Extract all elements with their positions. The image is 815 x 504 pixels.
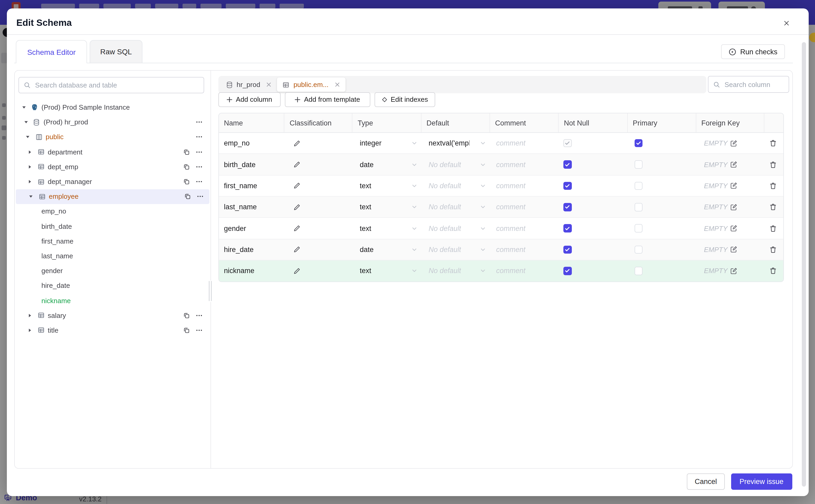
trash-icon[interactable] bbox=[769, 203, 777, 211]
editor-tab-public-em-[interactable]: public.em... bbox=[277, 77, 345, 92]
chevron-down-icon[interactable] bbox=[28, 194, 33, 199]
chevron-right-icon[interactable] bbox=[27, 149, 32, 154]
ellipsis-menu-icon[interactable] bbox=[196, 312, 202, 319]
column-search-input[interactable] bbox=[724, 80, 784, 89]
column-name[interactable]: emp_no bbox=[219, 133, 284, 154]
editor-tab-hr_prod[interactable]: hr_prod bbox=[220, 77, 277, 92]
ellipsis-menu-icon[interactable] bbox=[196, 134, 202, 140]
preview-issue-button[interactable]: Preview issue bbox=[731, 473, 792, 490]
edit-foreign-key-icon[interactable] bbox=[730, 225, 738, 232]
copy-icon[interactable] bbox=[183, 327, 190, 334]
ellipsis-menu-icon[interactable] bbox=[196, 178, 202, 185]
not-null-checkbox[interactable] bbox=[563, 203, 572, 211]
pencil-icon[interactable] bbox=[293, 182, 301, 190]
ellipsis-menu-icon[interactable] bbox=[196, 163, 202, 170]
edit-foreign-key-icon[interactable] bbox=[730, 139, 738, 147]
edit-foreign-key-icon[interactable] bbox=[730, 203, 738, 211]
default-select[interactable]: nextval('employ bbox=[421, 133, 489, 154]
tree-node-dept_emp[interactable]: dept_emp bbox=[15, 159, 210, 174]
pencil-icon[interactable] bbox=[293, 203, 301, 211]
tree-search-input[interactable] bbox=[34, 81, 203, 90]
close-icon[interactable] bbox=[334, 82, 340, 88]
chevron-down-icon[interactable] bbox=[25, 135, 30, 139]
type-select[interactable]: text bbox=[352, 260, 421, 281]
copy-icon[interactable] bbox=[183, 163, 190, 170]
default-select[interactable]: No default bbox=[421, 154, 489, 175]
primary-checkbox[interactable] bbox=[634, 139, 643, 147]
copy-icon[interactable] bbox=[183, 178, 190, 185]
chevron-right-icon[interactable] bbox=[27, 164, 32, 169]
type-select[interactable]: text bbox=[352, 218, 421, 239]
comment-field[interactable]: comment bbox=[489, 154, 558, 175]
primary-checkbox[interactable] bbox=[634, 161, 643, 169]
comment-field[interactable]: comment bbox=[489, 218, 558, 239]
pencil-icon[interactable] bbox=[293, 161, 301, 168]
pencil-icon[interactable] bbox=[293, 267, 301, 275]
tree-node-department[interactable]: department bbox=[15, 144, 210, 159]
edit-indexes-button[interactable]: Edit indexes bbox=[374, 92, 435, 107]
default-select[interactable]: No default bbox=[421, 218, 489, 239]
cancel-button[interactable]: Cancel bbox=[687, 473, 725, 490]
tree-node--prod-hr_prod[interactable]: (Prod) hr_prod bbox=[15, 115, 210, 129]
column-name[interactable]: last_name bbox=[219, 197, 284, 217]
edit-foreign-key-icon[interactable] bbox=[730, 161, 738, 168]
run-checks-button[interactable]: Run checks bbox=[721, 44, 785, 59]
type-select[interactable]: date bbox=[352, 239, 421, 260]
edit-foreign-key-icon[interactable] bbox=[730, 267, 738, 275]
type-select[interactable]: integer bbox=[352, 133, 421, 154]
primary-checkbox[interactable] bbox=[634, 203, 643, 211]
chevron-right-icon[interactable] bbox=[27, 179, 32, 184]
trash-icon[interactable] bbox=[769, 182, 777, 190]
comment-field[interactable]: comment bbox=[489, 175, 558, 196]
tab-raw-sql[interactable]: Raw SQL bbox=[90, 40, 142, 63]
tree-node-salary[interactable]: salary bbox=[15, 308, 210, 323]
edit-foreign-key-icon[interactable] bbox=[730, 246, 738, 253]
default-select[interactable]: No default bbox=[421, 175, 489, 196]
default-select[interactable]: No default bbox=[421, 260, 489, 281]
chevron-down-icon[interactable] bbox=[22, 105, 26, 110]
primary-checkbox[interactable] bbox=[634, 182, 643, 190]
pencil-icon[interactable] bbox=[293, 225, 301, 232]
trash-icon[interactable] bbox=[769, 224, 777, 232]
chevron-down-icon[interactable] bbox=[23, 120, 28, 125]
chevron-right-icon[interactable] bbox=[27, 328, 32, 333]
trash-icon[interactable] bbox=[769, 161, 777, 168]
tree-column-last_name[interactable]: last_name bbox=[15, 249, 210, 263]
pencil-icon[interactable] bbox=[293, 246, 301, 253]
tree-column-first_name[interactable]: first_name bbox=[15, 234, 210, 248]
chevron-right-icon[interactable] bbox=[27, 313, 32, 318]
tree-column-nickname[interactable]: nickname bbox=[15, 293, 210, 308]
trash-icon[interactable] bbox=[769, 246, 777, 254]
add-from-template-button[interactable]: Add from template bbox=[284, 92, 370, 107]
not-null-checkbox[interactable] bbox=[563, 161, 572, 169]
not-null-checkbox[interactable] bbox=[563, 224, 572, 232]
tree-column-hire_date[interactable]: hire_date bbox=[15, 278, 210, 293]
copy-icon[interactable] bbox=[184, 193, 191, 200]
copy-icon[interactable] bbox=[183, 148, 190, 155]
tree-column-gender[interactable]: gender bbox=[15, 263, 210, 278]
tab-schema-editor[interactable]: Schema Editor bbox=[16, 40, 87, 63]
modal-scrollbar[interactable] bbox=[802, 42, 806, 486]
tree-node-public[interactable]: public bbox=[15, 130, 210, 144]
not-null-checkbox[interactable] bbox=[563, 267, 572, 275]
default-select[interactable]: No default bbox=[421, 239, 489, 260]
primary-checkbox[interactable] bbox=[634, 245, 643, 254]
type-select[interactable]: text bbox=[352, 175, 421, 196]
add-column-button[interactable]: Add column bbox=[218, 92, 280, 107]
primary-checkbox[interactable] bbox=[634, 224, 643, 232]
type-select[interactable]: text bbox=[352, 197, 421, 217]
ellipsis-menu-icon[interactable] bbox=[197, 193, 204, 200]
trash-icon[interactable] bbox=[769, 139, 777, 147]
tree-node-employee[interactable]: employee bbox=[16, 189, 209, 204]
tree-node-dept_manager[interactable]: dept_manager bbox=[15, 174, 210, 189]
ellipsis-menu-icon[interactable] bbox=[196, 148, 202, 155]
edit-foreign-key-icon[interactable] bbox=[730, 182, 738, 190]
tree-column-birth_date[interactable]: birth_date bbox=[15, 219, 210, 234]
trash-icon[interactable] bbox=[769, 267, 777, 275]
comment-field[interactable]: comment bbox=[489, 133, 558, 154]
not-null-checkbox[interactable] bbox=[563, 245, 572, 254]
type-select[interactable]: date bbox=[352, 154, 421, 175]
close-icon[interactable] bbox=[266, 82, 272, 88]
tree-column-emp_no[interactable]: emp_no bbox=[15, 204, 210, 219]
ellipsis-menu-icon[interactable] bbox=[196, 327, 202, 334]
